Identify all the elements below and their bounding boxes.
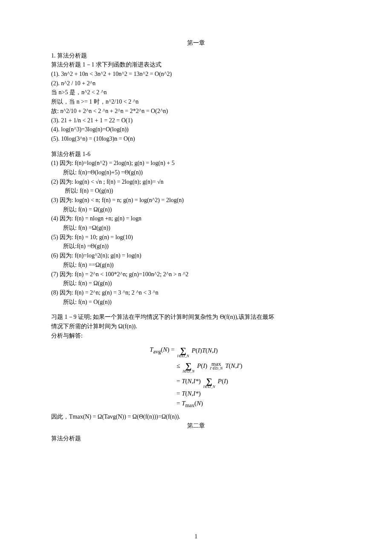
intro-line: (4). log(n^3)=3log(n)=O(log(n))	[51, 125, 341, 134]
chapter-1-title-text: 第一章	[187, 40, 205, 46]
sec16-item-a: (1) 因为: f(n)=log(n^2) = 2log(n); g(n) = …	[51, 159, 341, 168]
sum-index: I∈D_N	[182, 370, 194, 373]
page-number-text: 1	[195, 533, 198, 540]
intro-line: 故: n^2/10 + 2^n < 2 ^n + 2^n = 2*2^n = O…	[51, 107, 341, 116]
sum-index: I∈D_N	[203, 385, 215, 389]
section-1-6-title: 算法分析题 1-6	[51, 150, 341, 159]
sec16-item-b: 所以: f(n) = O(g(n))	[51, 186, 341, 196]
intro-line: 所以，当 n >= 1 时，n^2/10 < 2 ^n	[51, 97, 341, 107]
math-line-4: = T(N,I*)	[150, 389, 242, 399]
math-derivation-block: Tavg(N) = ∑ I∈D_N P(I)T(N,I) ≤ ∑ I∈D_N P…	[51, 343, 341, 409]
sec16-item-b: 所以: f(n) ==Ω(g(n))	[51, 260, 341, 270]
sec16-item-a: (8) 因为: f(n) = 2^n; g(n) = 3 ^n; 2 ^n < …	[51, 288, 341, 298]
math-line-3: = T(N,I*) ∑ I∈D_N P(I)	[150, 373, 242, 389]
intro-line: (3). 21 + 1/n < 21 + 1 = 22 = O(1)	[51, 116, 341, 125]
sec16-item-b: 所以; f(n) = Ω(g(n))	[51, 205, 341, 214]
sec16-item-a: (4) 因为: f(n) = nlogn +n; g(n) = logn	[51, 214, 341, 223]
intro-line: 1. 算法分析题	[51, 51, 341, 61]
chapter-2-title-text: 第二章	[187, 422, 205, 429]
chapter-2-title: 第二章	[51, 421, 341, 431]
math-line-5: = Tmax(N)	[150, 399, 242, 410]
chapter-1-title: 第一章	[51, 38, 341, 48]
problem-1-9-line: 情况下所需的计算时间为 Ω(f(n)).	[51, 322, 341, 331]
intro-line: 当 n>5 是，n^2 < 2 ^n	[51, 88, 341, 97]
chapter-2-sub: 算法分析题	[51, 434, 341, 443]
problem-1-9-line: 分析与解答:	[51, 331, 341, 341]
intro-line: (1). 3n^2 + 10n < 3n^2 + 10n^2 = 13n^2 =…	[51, 69, 341, 79]
intro-line: 算法分析题 1－1 求下列函数的渐进表达式	[51, 60, 341, 69]
sec16-item-b: 所以: f(n) = Ω(g(n))	[51, 279, 341, 288]
intro-line: (5). 10log(3^n) = (10log3)n = O(n)	[51, 134, 341, 144]
sec16-item-b: 所以: f(n)=Θ(log(n)+5) =Θ(g(n))	[51, 168, 341, 177]
intro-line: (2). n^2 / 10 + 2^n	[51, 79, 341, 88]
math-line-1: Tavg(N) = ∑ I∈D_N P(I)T(N,I)	[150, 343, 242, 358]
sec16-item-a: (7) 因为: f(n) = 2^n < 100*2^n; g(n)=100n^…	[51, 270, 341, 279]
sec16-item-a: (3) 因为: log(n) < n; f(n) = n; g(n) = log…	[51, 196, 341, 205]
max-index: I'∈D_N	[210, 367, 223, 370]
document-page: 第一章 1. 算法分析题 算法分析题 1－1 求下列函数的渐进表达式 (1). …	[0, 0, 392, 555]
math-line-2: ≤ ∑ I∈D_N P(I) max I'∈D_N T(N,I')	[150, 358, 242, 373]
sec16-item-a: (5) 因为: f(n) = 10; g(n) = log(10)	[51, 233, 341, 242]
sum-index: I∈D_N	[177, 354, 189, 358]
conclusion-line: 因此，Tmax(N) = Ω(Tavg(N)) = Ω(Θ(f(n)))=Ω(f…	[51, 412, 341, 422]
sec16-item-a: (6) 因为: f(n)=log^2(n); g(n) = log(n)	[51, 251, 341, 260]
sec16-item-b: 所以:f(n) =Θ(g(n))	[51, 242, 341, 251]
problem-1-9-line: 习题 1－9 证明; 如果一个算法在平均情况下的计算时间复杂性为 Θ(f(n))…	[51, 312, 341, 322]
sec16-item-b: 所以: f(n) = O(g(n))	[51, 298, 341, 307]
sec16-item-b: 所以: f(n) =Ω(g(n))	[51, 223, 341, 233]
sec16-item-a: (2) 因为: log(n) < √n ; f(n) = 2log(n); g(…	[51, 177, 341, 187]
page-number: 1	[0, 532, 392, 541]
